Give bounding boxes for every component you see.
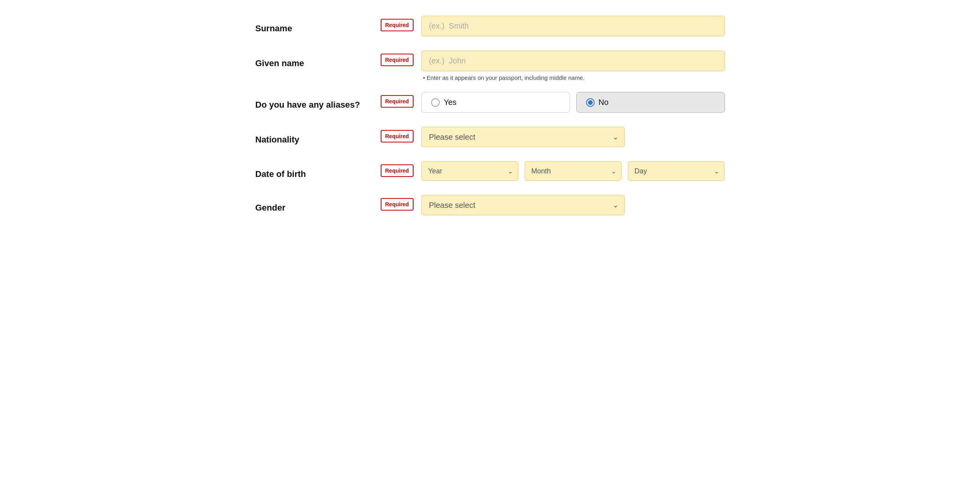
aliases-radio-group: Yes No: [421, 92, 725, 113]
nationality-label-group: Nationality: [255, 127, 381, 145]
given-name-row: Given name Required • Enter as it appear…: [255, 50, 725, 81]
nationality-required-badge: Required: [381, 130, 414, 142]
surname-required-badge: Required: [381, 19, 414, 31]
gender-select[interactable]: Please select: [421, 195, 625, 215]
given-name-label: Given name: [255, 54, 381, 68]
surname-row: Surname Required: [255, 16, 725, 36]
aliases-input-area: Yes No: [421, 92, 725, 113]
dob-row: Date of birth Required Year ⌄ Month ⌄: [255, 161, 725, 181]
given-name-required-badge: Required: [381, 54, 414, 66]
aliases-no-option[interactable]: No: [576, 92, 725, 113]
nationality-select-wrapper: Please select ⌄: [421, 127, 625, 147]
given-name-input-area: • Enter as it appears on your passport, …: [421, 50, 725, 81]
gender-select-wrapper: Please select ⌄: [421, 195, 625, 215]
nationality-select[interactable]: Please select: [421, 127, 625, 147]
aliases-no-radio[interactable]: [586, 98, 595, 107]
nationality-row: Nationality Required Please select ⌄: [255, 127, 725, 147]
dob-day-wrapper: Day ⌄: [628, 161, 725, 181]
dob-label-group: Date of birth: [255, 161, 381, 179]
aliases-row: Do you have any aliases? Required Yes No: [255, 92, 725, 113]
dob-month-wrapper: Month ⌄: [525, 161, 622, 181]
surname-input[interactable]: [421, 16, 725, 36]
dob-date-group: Year ⌄ Month ⌄ Day ⌄: [421, 161, 725, 181]
aliases-yes-option[interactable]: Yes: [421, 92, 570, 113]
surname-label-group: Surname: [255, 16, 381, 34]
aliases-yes-label: Yes: [444, 98, 457, 107]
aliases-label: Do you have any aliases?: [255, 96, 381, 110]
gender-label: Gender: [255, 199, 381, 213]
aliases-required-badge: Required: [381, 95, 414, 108]
surname-input-area: [421, 16, 725, 36]
gender-label-group: Gender: [255, 195, 381, 213]
dob-year-wrapper: Year ⌄: [421, 161, 518, 181]
nationality-input-area: Please select ⌄: [421, 127, 725, 147]
dob-input-area: Year ⌄ Month ⌄ Day ⌄: [421, 161, 725, 181]
given-name-input[interactable]: [421, 50, 725, 71]
gender-row: Gender Required Please select ⌄: [255, 195, 725, 215]
dob-label: Date of birth: [255, 165, 381, 179]
given-name-note: • Enter as it appears on your passport, …: [421, 74, 725, 81]
given-name-label-group: Given name: [255, 50, 381, 68]
nationality-label: Nationality: [255, 131, 381, 145]
gender-input-area: Please select ⌄: [421, 195, 725, 215]
dob-required-badge: Required: [381, 164, 414, 177]
form-container: Surname Required Given name Required • E…: [255, 16, 725, 215]
dob-day-select[interactable]: Day: [628, 161, 725, 181]
surname-label: Surname: [255, 20, 381, 34]
aliases-no-label: No: [599, 98, 609, 107]
gender-required-badge: Required: [381, 198, 414, 211]
dob-month-select[interactable]: Month: [525, 161, 622, 181]
aliases-yes-radio[interactable]: [431, 98, 440, 107]
dob-year-select[interactable]: Year: [421, 161, 518, 181]
aliases-label-group: Do you have any aliases?: [255, 92, 381, 110]
